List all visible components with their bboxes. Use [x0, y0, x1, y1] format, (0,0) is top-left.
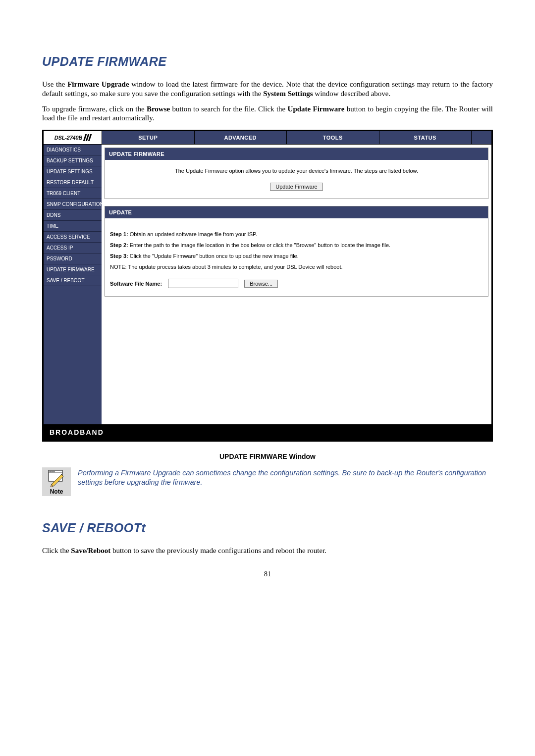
model-slashes-icon	[84, 134, 91, 141]
text-bold: Firmware Upgrade	[67, 80, 129, 88]
file-name-label: Software File Name:	[110, 281, 162, 287]
browse-button[interactable]: Browse...	[244, 280, 278, 288]
router-top-bar: DSL-2740B SETUP ADVANCED TOOLS STATUS	[44, 131, 491, 145]
svg-rect-3	[52, 471, 53, 472]
model-badge: DSL-2740B	[44, 131, 102, 144]
tab-blank	[471, 131, 491, 144]
step-text: Click the "Update Firmware" button once …	[128, 253, 299, 259]
text: button to search for the file. Click the	[170, 105, 287, 113]
text: button to save the previously made confi…	[110, 547, 326, 554]
panel-body: Step 1: Obtain an updated software image…	[105, 218, 488, 296]
text: window described above.	[313, 90, 391, 98]
text-bold: Save/Reboot	[71, 547, 110, 554]
sidebar-item-update-settings[interactable]: UPDATE SETTINGS	[44, 166, 102, 177]
tab-setup[interactable]: SETUP	[102, 131, 194, 144]
step-label: Step 2:	[110, 242, 128, 248]
note-text: Performing a Firmware Upgrade can someti…	[78, 467, 493, 487]
panel-header: UPDATE FIRMWARE	[105, 148, 488, 160]
top-tabs: SETUP ADVANCED TOOLS STATUS	[102, 131, 491, 144]
file-row: Software File Name: Browse...	[110, 279, 483, 288]
side-nav: DIAGNOSTICS BACKUP SETTINGS UPDATE SETTI…	[44, 145, 102, 424]
broadband-footer: BROADBAND	[44, 424, 491, 440]
sidebar-item-access-ip[interactable]: ACCESS IP	[44, 243, 102, 253]
text: Click the	[42, 547, 71, 554]
text: Use the	[42, 80, 67, 88]
sidebar-item-tr069-client[interactable]: TR069 CLIENT	[44, 188, 102, 199]
panel-description: The Update Firmware option allows you to…	[110, 168, 483, 174]
note-icon-wrap: Note	[42, 467, 71, 496]
router-body: DIAGNOSTICS BACKUP SETTINGS UPDATE SETTI…	[44, 145, 491, 424]
sidebar-item-save-reboot[interactable]: SAVE / REBOOT	[44, 275, 102, 286]
panel-update: UPDATE Step 1: Obtain an updated softwar…	[105, 206, 488, 297]
sidebar-item-restore-default[interactable]: RESTORE DEFAULT	[44, 177, 102, 188]
sidebar-item-backup-settings[interactable]: BACKUP SETTINGS	[44, 155, 102, 166]
text-bold: System Settings	[263, 90, 313, 98]
step-text: Obtain an updated software image file fr…	[128, 231, 257, 237]
step-3: Step 3: Click the "Update Firmware" butt…	[110, 253, 483, 259]
tab-status[interactable]: STATUS	[379, 131, 472, 144]
note-label: Note	[44, 488, 69, 495]
panel-body: The Update Firmware option allows you to…	[105, 160, 488, 199]
sidebar-item-access-service[interactable]: ACCESS SERVICE	[44, 232, 102, 243]
text: To upgrade firmware, click on the	[42, 105, 147, 113]
page-number: 81	[42, 570, 493, 578]
step-text: Enter the path to the image file locatio…	[128, 242, 390, 248]
svg-rect-4	[54, 471, 54, 472]
note-block: Note Performing a Firmware Upgrade can s…	[42, 467, 493, 496]
model-text: DSL-2740B	[54, 135, 82, 141]
svg-rect-2	[50, 471, 51, 472]
step-1: Step 1: Obtain an updated software image…	[110, 231, 483, 237]
sidebar-item-ddns[interactable]: DDNS	[44, 210, 102, 221]
tab-advanced[interactable]: ADVANCED	[194, 131, 287, 144]
save-reboot-paragraph: Click the Save/Reboot button to save the…	[42, 546, 493, 555]
step-label: Step 1:	[110, 231, 128, 237]
update-firmware-button[interactable]: Update Firmware	[270, 183, 322, 191]
tab-tools[interactable]: TOOLS	[286, 131, 379, 144]
content-area: UPDATE FIRMWARE The Update Firmware opti…	[102, 145, 491, 424]
panel-update-firmware: UPDATE FIRMWARE The Update Firmware opti…	[105, 148, 488, 199]
step-label: Step 3:	[110, 253, 128, 259]
sidebar-item-password[interactable]: PSSWORD	[44, 253, 102, 264]
text-bold: Browse	[147, 105, 170, 113]
sidebar-item-update-firmware[interactable]: UPDATE FIRMWARE	[44, 264, 102, 275]
panel-header: UPDATE	[105, 206, 488, 218]
section-heading-update-firmware: UPDATE FIRMWARE	[42, 54, 493, 69]
sidebar-item-snmp-configuration[interactable]: SNMP CONFIGURATION	[44, 199, 102, 210]
intro-paragraph-2: To upgrade firmware, click on the Browse…	[42, 104, 493, 123]
text-bold: Update Firmware	[288, 105, 345, 113]
sidebar-item-time[interactable]: TIME	[44, 221, 102, 232]
note-pencil-icon	[47, 469, 66, 487]
sidebar-item-diagnostics[interactable]: DIAGNOSTICS	[44, 145, 102, 155]
note-line: NOTE: The update process takes about 3 m…	[110, 264, 483, 270]
file-name-input[interactable]	[168, 279, 238, 288]
router-ui-frame: DSL-2740B SETUP ADVANCED TOOLS STATUS DI…	[42, 130, 493, 442]
step-2: Step 2: Enter the path to the image file…	[110, 242, 483, 248]
section-heading-save-reboot: SAVE / REBOOTt	[42, 521, 493, 535]
intro-paragraph-1: Use the Firmware Upgrade window to load …	[42, 80, 493, 99]
figure-caption: UPDATE FIRMWARE Window	[42, 453, 493, 460]
